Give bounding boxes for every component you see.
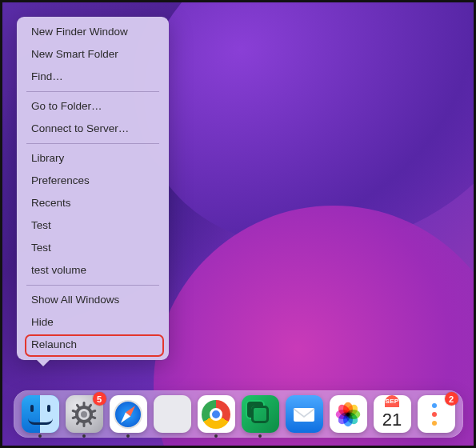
menu-item-go-to-folder[interactable]: Go to Folder… xyxy=(17,95,169,118)
running-indicator xyxy=(38,434,42,438)
dock-item-photos[interactable] xyxy=(330,395,367,433)
menu-item-test-volume[interactable]: test volume xyxy=(17,259,169,282)
running-indicator xyxy=(82,434,86,438)
notification-badge: 5 xyxy=(93,392,106,406)
menu-item-connect-to-server[interactable]: Connect to Server… xyxy=(17,118,169,140)
svg-point-12 xyxy=(81,411,87,418)
dock-item-finder[interactable] xyxy=(22,395,59,433)
running-indicator xyxy=(214,434,218,438)
menu-item-preferences[interactable]: Preferences xyxy=(17,170,169,192)
menu-separator xyxy=(26,143,159,144)
dock-item-safari[interactable] xyxy=(110,395,147,433)
menu-item-hide[interactable]: Hide xyxy=(17,311,169,334)
notification-badge: 2 xyxy=(445,392,458,406)
dock-item-launchpad[interactable] xyxy=(154,395,191,433)
envelope-icon xyxy=(291,402,317,427)
finder-context-menu: New Finder WindowNew Smart FolderFind…Go… xyxy=(17,17,169,360)
compass-icon xyxy=(114,400,142,429)
dock-item-calendar[interactable]: SEP21 xyxy=(374,395,411,433)
calendar-month: SEP xyxy=(385,395,398,407)
menu-separator xyxy=(26,91,159,92)
running-indicator xyxy=(258,434,262,438)
finder-icon xyxy=(22,395,59,433)
menu-item-test[interactable]: Test xyxy=(17,214,169,237)
menu-item-library[interactable]: Library xyxy=(17,147,169,170)
dock-item-settings[interactable]: 5 xyxy=(66,395,103,433)
dock-item-green-app[interactable] xyxy=(242,395,279,433)
dock-item-chrome[interactable] xyxy=(198,395,235,433)
menu-item-new-smart-folder[interactable]: New Smart Folder xyxy=(17,43,169,66)
dock-item-reminders[interactable]: 2 xyxy=(418,395,455,433)
menu-item-test[interactable]: Test xyxy=(17,237,169,259)
menu-separator xyxy=(26,285,159,286)
app-icon xyxy=(251,406,269,423)
chrome-icon xyxy=(202,400,230,429)
menu-item-show-all-windows[interactable]: Show All Windows xyxy=(17,289,169,311)
svg-rect-13 xyxy=(294,408,314,422)
dock: 5SEP212 xyxy=(14,390,463,438)
menu-item-relaunch[interactable]: Relaunch xyxy=(17,334,169,356)
calendar-day: 21 xyxy=(382,407,402,433)
photos-icon xyxy=(334,401,362,428)
dock-item-mail[interactable] xyxy=(286,395,323,433)
menu-caret-icon xyxy=(36,359,50,366)
menu-item-new-finder-window[interactable]: New Finder Window xyxy=(17,21,169,43)
menu-item-recents[interactable]: Recents xyxy=(17,192,169,214)
menu-item-find[interactable]: Find… xyxy=(17,66,169,88)
running-indicator xyxy=(126,434,130,438)
